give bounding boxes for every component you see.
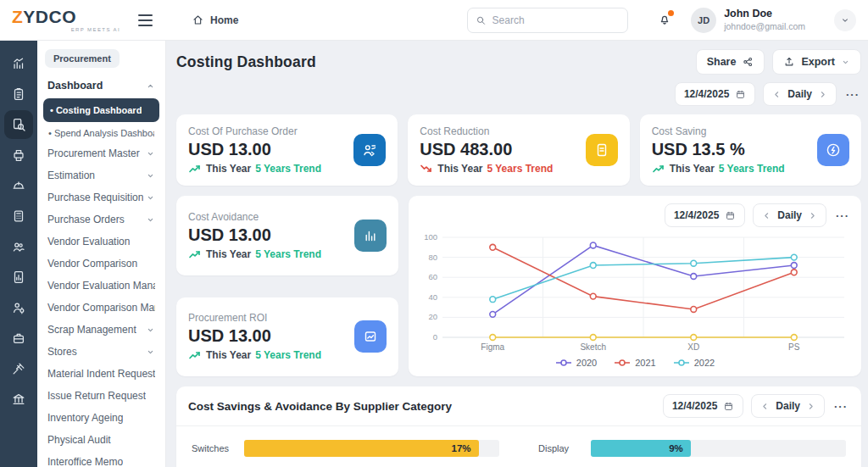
date-value: 12/4/2025	[684, 88, 729, 100]
trend-up-icon	[188, 249, 202, 259]
bar-row-switches: Switches 17%	[192, 440, 499, 457]
sidebar-item-label: Procurement Master	[47, 147, 140, 159]
sidebar-item-dashboard[interactable]: Dashboard	[43, 75, 159, 97]
rail-item-user-settings[interactable]	[4, 293, 33, 322]
rail-item-briefcase[interactable]	[4, 324, 33, 353]
bar-group: Display 9% Switches 8%	[538, 440, 846, 467]
rail-item-report[interactable]	[4, 263, 33, 292]
sidebar-item-spend-analysis-dashboard[interactable]: Spend Analysis Dashboard	[43, 124, 159, 142]
legend-item-2021[interactable]: 2021	[614, 358, 655, 368]
sidebar-item-procurement-master[interactable]: Procurement Master	[43, 142, 159, 164]
search-box[interactable]	[467, 8, 628, 33]
user-settings-icon	[11, 300, 26, 315]
rail-item-gavel[interactable]	[4, 354, 33, 383]
sidebar-item-purchase-requisition[interactable]: Purchase Requisition	[43, 186, 159, 208]
sidebar-item-vendor-evaluation[interactable]: Vendor Evaluation	[43, 231, 159, 253]
bar-value: 9%	[669, 443, 683, 453]
chevron-left-icon[interactable]	[762, 211, 771, 220]
trend-link[interactable]: 5 Years Trend	[255, 248, 321, 260]
sidebar-item-estimation[interactable]: Estimation	[43, 164, 159, 186]
chevron-down-icon	[146, 171, 155, 181]
sidebar-item-interoffice-memo[interactable]: Interoffice Memo	[43, 451, 159, 467]
sidebar-item-label: Vendor Comparison	[47, 258, 137, 270]
export-button[interactable]: Export	[772, 49, 861, 75]
rail-item-search-document[interactable]	[4, 110, 33, 139]
breadcrumb[interactable]: Home	[192, 14, 238, 26]
legend-label: 2020	[576, 358, 597, 368]
sidebar-item-label: Interoffice Memo	[47, 456, 123, 467]
sidebar-item-issue-return-request[interactable]: Issue Return Request	[43, 385, 159, 407]
bottom-period-selector[interactable]: Daily	[751, 394, 825, 418]
sidebar-item-label: Estimation	[47, 170, 95, 181]
kpi-icon-wrap	[353, 134, 386, 166]
chevron-left-icon[interactable]	[772, 90, 782, 99]
bottom-date-picker[interactable]: 12/4/2025	[663, 394, 743, 418]
search-input[interactable]	[492, 14, 620, 26]
sidebar-item-vendor-comparison-manager[interactable]: Vendor Comparison Manager	[43, 297, 159, 319]
rail-item-bank[interactable]	[4, 385, 33, 414]
legend-item-2022[interactable]: 2022	[673, 358, 715, 368]
chevron-right-icon[interactable]	[806, 402, 815, 411]
bar-fill[interactable]: 9%	[591, 440, 691, 457]
rail-item-users[interactable]	[4, 232, 33, 261]
chevron-right-icon[interactable]	[818, 90, 827, 99]
bar-fill[interactable]: 17%	[244, 440, 479, 457]
kpi-card-cost-avoidance: Cost Avoidance USD 13.00 This Year 5 Yea…	[176, 196, 398, 275]
sidebar-item-stores[interactable]: Stores	[43, 341, 159, 363]
chart-period-selector[interactable]: Daily	[753, 203, 826, 227]
more-options-button[interactable]: ···	[844, 88, 861, 101]
sidebar-item-inventory-ageing[interactable]: Inventory Ageing	[43, 407, 159, 429]
sidebar-item-costing-dashboard[interactable]: Costing Dashboard	[43, 98, 159, 122]
sidebar-item-label: Purchase Requisition	[47, 192, 143, 203]
sidebar-item-label: Inventory Ageing	[47, 412, 123, 424]
sidebar-item-scrap-management[interactable]: Scrap Management	[43, 319, 159, 341]
sidebar-item-physical-audit[interactable]: Physical Audit	[43, 429, 159, 451]
legend-item-2020[interactable]: 2020	[555, 358, 597, 368]
legend-marker-icon	[614, 359, 631, 367]
rail-item-stats[interactable]	[4, 49, 33, 78]
notifications-button[interactable]	[654, 9, 676, 31]
trend-link[interactable]: 5 Years Trend	[719, 163, 785, 175]
sidebar-item-material-indent-request[interactable]: Material Indent Request	[43, 363, 159, 385]
trend-link[interactable]: 5 Years Trend	[255, 163, 321, 175]
more-options-button[interactable]: ···	[832, 400, 849, 413]
chart-date-picker[interactable]: 12/4/2025	[665, 203, 745, 227]
trend-link[interactable]: 5 Years Trend	[487, 163, 553, 175]
svg-text:80: 80	[428, 253, 437, 262]
date-picker[interactable]: 12/4/2025	[675, 82, 755, 106]
trend-link[interactable]: 5 Years Trend	[255, 349, 321, 361]
notification-dot	[668, 10, 674, 16]
logo[interactable]: ZYDCO ERP MEETS AI	[12, 8, 120, 32]
period-selector[interactable]: Daily	[763, 82, 837, 106]
chevron-down-icon	[146, 215, 155, 225]
period-value: Daily	[776, 400, 800, 412]
module-badge: Procurement	[45, 49, 120, 68]
share-label: Share	[707, 56, 737, 68]
hamburger-menu-button[interactable]	[131, 8, 159, 33]
sidebar-item-label: Purchase Orders	[47, 214, 125, 225]
chevron-right-icon[interactable]	[808, 211, 817, 220]
icon-rail	[0, 41, 37, 467]
trend-prefix: This Year	[206, 248, 251, 260]
avatar[interactable]: JD	[691, 8, 716, 33]
profile-menu-button[interactable]	[834, 9, 856, 31]
sidebar-item-label: Spend Analysis Dashboard	[48, 128, 154, 138]
export-label: Export	[801, 56, 835, 68]
sidebar-item-label: Scrap Management	[47, 324, 136, 336]
sidebar-item-vendor-comparison[interactable]: Vendor Comparison	[43, 253, 159, 275]
chevron-left-icon[interactable]	[760, 402, 770, 411]
share-button[interactable]: Share	[696, 49, 765, 75]
chart-bars-icon	[362, 227, 379, 244]
rail-item-helmet[interactable]	[4, 171, 33, 200]
rail-item-printer[interactable]	[4, 141, 33, 170]
rail-item-clipboard[interactable]	[4, 80, 33, 108]
sidebar-item-vendor-evaluation-manager[interactable]: Vendor Evaluation Manager	[43, 275, 159, 297]
users-icon	[11, 239, 26, 254]
bar-row-display: Display 9%	[538, 440, 846, 457]
kpi-card-cost-reduction: Cost Reduction USD 483.00 This Year 5 Ye…	[408, 114, 629, 186]
sidebar-item-purchase-orders[interactable]: Purchase Orders	[43, 208, 159, 231]
rail-item-calculator[interactable]	[4, 202, 33, 231]
sidebar-item-label: Vendor Comparison Manager	[47, 302, 155, 314]
svg-text:40: 40	[428, 292, 437, 302]
more-options-button[interactable]: ···	[834, 209, 851, 222]
